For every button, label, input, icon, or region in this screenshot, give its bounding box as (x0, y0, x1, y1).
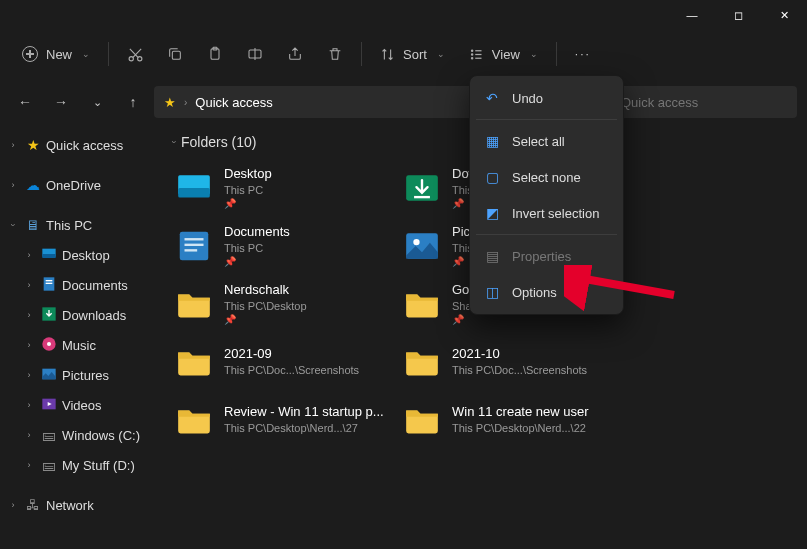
menu-item-invert-selection[interactable]: ◩Invert selection (474, 195, 619, 231)
sidebar-item-videos[interactable]: ›Videos (0, 390, 160, 420)
menu-item-options[interactable]: ◫Options (474, 274, 619, 310)
svg-rect-20 (178, 188, 210, 198)
svg-rect-24 (185, 238, 204, 240)
folder-item[interactable]: Desktop This PC 📌 (170, 160, 398, 216)
view-icon (469, 47, 484, 62)
minimize-button[interactable]: — (669, 0, 715, 30)
select-none-icon: ▢ (484, 169, 500, 185)
svg-point-0 (129, 56, 133, 60)
cut-button[interactable] (117, 36, 153, 72)
videos-icon (40, 396, 58, 415)
copy-button[interactable] (157, 36, 193, 72)
undo-icon: ↶ (484, 90, 500, 106)
up-button[interactable]: ↑ (118, 87, 148, 117)
folder-path: This PC\Desktop\Nerd...\27 (224, 421, 384, 435)
chevron-right-icon: › (22, 430, 36, 440)
chevron-right-icon: › (22, 400, 36, 410)
folder-text: Documents This PC 📌 (224, 224, 290, 268)
address-location: Quick access (195, 95, 272, 110)
star-icon: ★ (164, 95, 176, 110)
divider (108, 42, 109, 66)
view-button[interactable]: View ⌄ (459, 36, 548, 72)
delete-button[interactable] (317, 36, 353, 72)
folder-icon (402, 342, 442, 382)
back-button[interactable]: ← (10, 87, 40, 117)
svg-point-6 (471, 50, 472, 51)
folder-path: This PC (224, 183, 272, 197)
svg-rect-12 (46, 280, 53, 281)
folder-text: 2021-10 This PC\Doc...\Screenshots (452, 346, 587, 377)
toolbar: New ⌄ Sort ⌄ View ⌄ ··· (0, 30, 807, 78)
folder-icon (402, 284, 442, 324)
sidebar-item-onedrive[interactable]: ›☁OneDrive (0, 170, 160, 200)
sidebar-item-music[interactable]: ›Music (0, 330, 160, 360)
chevron-down-icon: ⌄ (530, 49, 538, 59)
folder-item[interactable]: 2021-10 This PC\Doc...\Screenshots (398, 334, 626, 390)
sidebar-item-quick-access[interactable]: ›★Quick access (0, 130, 160, 160)
folder-name: Review - Win 11 startup p... (224, 404, 384, 421)
sidebar-item-documents[interactable]: ›Documents (0, 270, 160, 300)
menu-item-undo[interactable]: ↶Undo (474, 80, 619, 116)
folder-text: Review - Win 11 startup p... This PC\Des… (224, 404, 384, 435)
sidebar-item-pictures[interactable]: ›Pictures (0, 360, 160, 390)
sidebar-item-drive-d[interactable]: ›🖴My Stuff (D:) (0, 450, 160, 480)
rename-button[interactable] (237, 36, 273, 72)
search-input[interactable] (611, 86, 797, 118)
folder-name: Win 11 create new user (452, 404, 589, 421)
folder-text: 2021-09 This PC\Doc...\Screenshots (224, 346, 359, 377)
sidebar-item-desktop[interactable]: ›Desktop (0, 240, 160, 270)
paste-button[interactable] (197, 36, 233, 72)
search-field[interactable] (621, 95, 787, 110)
folder-item[interactable]: Documents This PC 📌 (170, 218, 398, 274)
folder-name: Desktop (224, 166, 272, 183)
folder-icon (174, 400, 214, 440)
menu-item-select-all[interactable]: ▦Select all (474, 123, 619, 159)
pin-icon: 📌 (224, 255, 290, 268)
sidebar-item-label: Videos (62, 398, 102, 413)
share-button[interactable] (277, 36, 313, 72)
folder-item[interactable]: Review - Win 11 startup p... This PC\Des… (170, 392, 398, 448)
sidebar-item-this-pc[interactable]: ›🖥This PC (0, 210, 160, 240)
chevron-right-icon: › (6, 140, 20, 150)
folder-item[interactable]: 2021-09 This PC\Doc...\Screenshots (170, 334, 398, 390)
sidebar-item-label: Downloads (62, 308, 126, 323)
sidebar-item-label: Music (62, 338, 96, 353)
sidebar-item-downloads[interactable]: ›Downloads (0, 300, 160, 330)
svg-rect-2 (172, 51, 180, 59)
svg-rect-26 (185, 249, 198, 251)
menu-separator (476, 234, 617, 235)
maximize-button[interactable]: ◻ (715, 0, 761, 30)
folder-item[interactable]: Win 11 create new user This PC\Desktop\N… (398, 392, 626, 448)
folder-icon (174, 342, 214, 382)
sort-button[interactable]: Sort ⌄ (370, 36, 455, 72)
chevron-down-icon: › (169, 141, 179, 144)
folder-icon (402, 400, 442, 440)
chevron-right-icon: › (22, 370, 36, 380)
sidebar-item-label: Quick access (46, 138, 123, 153)
desktop-icon (174, 168, 214, 208)
folder-item[interactable]: Nerdschalk This PC\Desktop 📌 (170, 276, 398, 332)
svg-point-16 (47, 342, 51, 346)
new-button[interactable]: New ⌄ (12, 36, 100, 72)
folder-text: Nerdschalk This PC\Desktop 📌 (224, 282, 307, 326)
pictures-icon (40, 366, 58, 385)
menu-item-label: Select none (512, 170, 581, 185)
menu-item-label: Properties (512, 249, 571, 264)
folder-text: Win 11 create new user This PC\Desktop\N… (452, 404, 589, 435)
view-label: View (492, 47, 520, 62)
chevron-right-icon: › (6, 500, 20, 510)
forward-button[interactable]: → (46, 87, 76, 117)
folder-path: This PC\Desktop\Nerd...\22 (452, 421, 589, 435)
close-button[interactable]: ✕ (761, 0, 807, 30)
recent-button[interactable]: ⌄ (82, 87, 112, 117)
divider (361, 42, 362, 66)
sidebar-item-label: OneDrive (46, 178, 101, 193)
pin-icon: 📌 (224, 197, 272, 210)
menu-item-select-none[interactable]: ▢Select none (474, 159, 619, 195)
sidebar-item-network[interactable]: ›🖧Network (0, 490, 160, 520)
more-button[interactable]: ··· (565, 36, 601, 72)
sidebar-item-label: Network (46, 498, 94, 513)
invert-icon: ◩ (484, 205, 500, 221)
sidebar-item-drive-c[interactable]: ›🖴Windows (C:) (0, 420, 160, 450)
chevron-down-icon: ⌄ (82, 49, 90, 59)
